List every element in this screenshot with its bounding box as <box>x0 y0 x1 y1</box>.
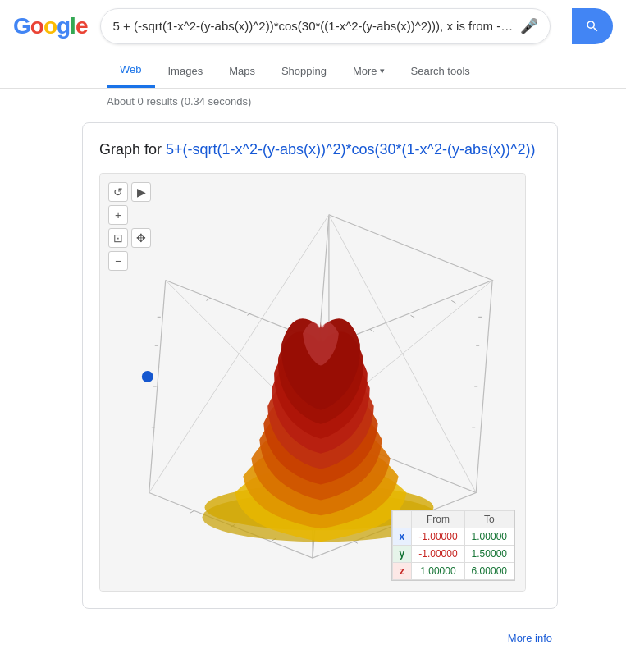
search-input[interactable] <box>112 20 514 34</box>
svg-point-33 <box>142 371 153 382</box>
move-button[interactable]: ✥ <box>131 228 151 248</box>
ctrl-row-top: ↺ ▶ <box>108 182 151 202</box>
tab-maps[interactable]: Maps <box>216 55 268 87</box>
graph-container[interactable]: ↺ ▶ + ⊡ ✥ − From <box>99 173 526 592</box>
logo-letter-o2: o <box>43 13 57 39</box>
range-axis-header <box>392 511 412 528</box>
play-button[interactable]: ▶ <box>131 182 151 202</box>
range-z-to[interactable]: 6.00000 <box>464 563 514 580</box>
reset-button[interactable]: ↺ <box>108 182 128 202</box>
navigation-tabs: Web Images Maps Shopping More Search too… <box>0 53 626 89</box>
range-x-to[interactable]: 1.00000 <box>464 528 514 546</box>
result-summary: About 0 results (0.34 seconds) <box>0 89 626 114</box>
logo-letter-l: l <box>70 13 75 39</box>
search-button[interactable] <box>572 8 613 44</box>
range-y-to[interactable]: 1.50000 <box>464 546 514 563</box>
range-y-from[interactable]: -1.00000 <box>412 546 464 563</box>
main-content: Graph for 5+(-sqrt(1-x^2-(y-abs(x))^2)*c… <box>0 114 626 625</box>
range-x-label: x <box>392 528 412 546</box>
tab-search-tools[interactable]: Search tools <box>398 55 483 87</box>
range-x-from[interactable]: -1.00000 <box>412 528 464 546</box>
graph-title: Graph for 5+(-sqrt(1-x^2-(y-abs(x))^2)*c… <box>99 139 541 160</box>
microphone-icon[interactable]: 🎤 <box>520 17 538 35</box>
tab-web[interactable]: Web <box>107 53 155 88</box>
range-table: From To x -1.00000 1.00000 y -1.00000 1.… <box>391 510 515 581</box>
google-logo[interactable]: Google <box>13 13 87 39</box>
logo-letter-o1: o <box>30 13 43 39</box>
graph-formula: 5+(-sqrt(1-x^2-(y-abs(x))^2)*cos(30*(1-x… <box>166 141 535 158</box>
logo-letter-g: G <box>13 13 30 39</box>
search-icon <box>585 19 600 34</box>
logo-letter-g2: g <box>57 13 70 39</box>
range-from-header: From <box>412 511 464 528</box>
range-z-from[interactable]: 1.00000 <box>412 563 464 580</box>
range-row-z: z 1.00000 6.00000 <box>392 563 514 580</box>
ctrl-row-bot: − <box>108 251 151 271</box>
graph-card: Graph for 5+(-sqrt(1-x^2-(y-abs(x))^2)*c… <box>82 122 558 609</box>
graph-controls: ↺ ▶ + ⊡ ✥ − <box>108 182 151 271</box>
ctrl-row-mid2: ⊡ ✥ <box>108 228 151 248</box>
tab-shopping[interactable]: Shopping <box>268 55 340 87</box>
range-y-label: y <box>392 546 412 563</box>
ctrl-row-mid: + <box>108 205 151 225</box>
range-header-row: From To <box>392 511 514 528</box>
tab-more[interactable]: More <box>340 55 398 87</box>
camera-button[interactable]: ⊡ <box>108 228 128 248</box>
search-bar: 🎤 <box>100 8 551 44</box>
logo-letter-e: e <box>75 13 88 39</box>
more-info-link[interactable]: More info <box>0 625 626 651</box>
range-to-header: To <box>464 511 514 528</box>
range-row-y: y -1.00000 1.50000 <box>392 546 514 563</box>
graph-title-prefix: Graph for <box>99 141 166 158</box>
range-z-label: z <box>392 563 412 580</box>
range-row-x: x -1.00000 1.00000 <box>392 528 514 546</box>
zoom-in-button[interactable]: + <box>108 205 128 225</box>
header: Google 🎤 <box>0 0 626 53</box>
tab-images[interactable]: Images <box>155 55 217 87</box>
zoom-out-button[interactable]: − <box>108 251 128 271</box>
